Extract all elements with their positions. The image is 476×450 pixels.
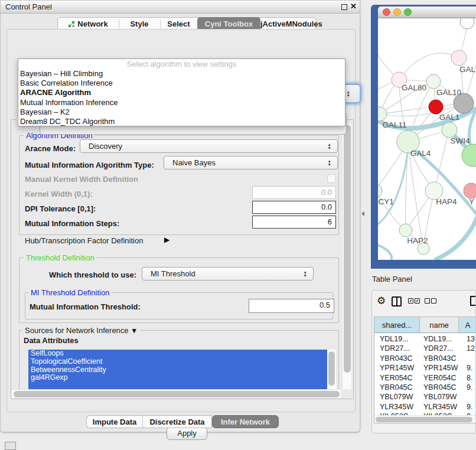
table-row[interactable]: YER054CYER054C8. [374,373,476,383]
gear-icon[interactable]: ⚙ [377,295,386,307]
which-threshold-label: Which threshold to use: [49,270,136,279]
mi-type-combo[interactable]: Naive Bayes ▲▼ [164,156,338,169]
table-row[interactable]: YDR27...YDR27...12 [374,344,476,353]
tab-separator [119,19,119,28]
manual-kernel-checkbox[interactable] [327,174,336,183]
table-row[interactable]: YBL079WYBL079W [374,392,476,402]
dropdown-prompt: Select algorithm to view settings [18,59,345,69]
table-row[interactable]: YDL19...YDL19...13 [374,334,476,344]
table-row[interactable]: YPR145WYPR145W9. [374,363,476,373]
apply-button[interactable]: Apply [167,427,207,440]
node-gal10[interactable] [426,74,441,89]
tab-separator [142,418,143,426]
node-label: SWI4 [450,136,470,145]
mi-threshold-field[interactable]: 0.5 [249,299,334,313]
table-row[interactable]: YBR045CYBR045C9. [374,383,476,392]
close-traffic-light-icon[interactable] [383,8,390,16]
attribute-item[interactable]: gal4RGexp [28,374,327,382]
tab-network-label: Network [77,19,107,28]
sources-title[interactable]: Sources for Network Inference ▼ [22,326,140,335]
stepper-icon: ▲▼ [304,270,307,277]
control-panel-titlebar[interactable]: Control Panel ✕ [1,1,360,14]
node-label: GAL80 [402,83,426,92]
attribute-item[interactable]: BetweennessCentrality [28,366,327,374]
node-label: Y [469,197,474,206]
node-salmon[interactable] [464,183,476,198]
dpi-tolerance-label: DPI Tolerance [0,1]: [25,204,96,213]
tab-separator [160,19,161,28]
control-panel-window: Control Panel ✕ Network Style Select Cyn… [0,0,360,432]
table-row[interactable]: YBR043CYBR043C [374,354,476,363]
algorithm-option-selected[interactable]: ARACNE Algorithm [18,88,345,97]
kernel-width-field[interactable]: 0.0 [252,186,336,199]
manual-kernel-label: Manual Kernel Width Definition [25,175,138,184]
algorithm-option[interactable]: Dream8 DC_TDC Algorithm [18,117,345,126]
cyni-toolbox-panel: ▲▼ Select algorithm to view settings Bay… [6,29,356,412]
node-gcy1[interactable] [378,184,382,198]
column-header[interactable]: A [459,317,476,333]
stepper-icon: ▲▼ [347,90,350,97]
settings-hscrollbar-thumb[interactable] [14,391,340,397]
tab-impute-data[interactable]: Impute Data [86,415,142,428]
algorithm-option[interactable]: Basic Correlation Inference [18,79,345,88]
settings-vscrollbar-track[interactable] [342,123,351,389]
minimize-traffic-light-icon[interactable] [393,8,401,16]
table-row[interactable]: YLR345WYLR345W9. [374,402,476,412]
node-swi4[interactable] [442,122,457,138]
tab-infer-network[interactable]: Infer Network [212,415,279,428]
network-canvas[interactable]: GAL GAL80 GAL10 GAL1 GAL11 SWI4 GAL4 GCY… [378,18,476,260]
node-gal11[interactable] [378,107,387,121]
table-panel: ⚙ ✓✓ shared... name A YDL19...YDL19...13… [371,290,476,433]
column-header[interactable]: name [420,317,459,333]
node-table[interactable]: shared... name A YDL19...YDL19...13 YDR2… [374,317,476,423]
column-header[interactable]: shared... [374,317,420,333]
select-all-checks-icon[interactable]: ✓✓ [408,298,420,304]
mi-threshold-box-title: MI Threshold Definition [28,288,112,297]
aracne-mode-label: Aracne Mode: [25,144,76,153]
list-scrollbar-track[interactable] [327,350,336,389]
document-icon[interactable] [470,296,476,306]
node[interactable] [460,18,474,29]
data-attributes-list[interactable]: SelfLoops TopologicalCoefficient Between… [28,350,327,389]
columns-icon[interactable] [392,296,402,306]
network-window-titlebar[interactable] [378,6,476,18]
attribute-item[interactable]: TopologicalCoefficient [28,358,327,366]
expander-right-icon[interactable]: ▶ [164,236,169,244]
algorithm-option[interactable]: Bayesian – Hill Climbing [18,69,345,79]
list-scrollbar-thumb[interactable] [328,351,335,386]
data-attributes-label: Data Attributes [24,336,79,345]
tab-discretize-data[interactable]: Discretize Data [142,415,212,428]
close-icon[interactable]: ✕ [350,2,357,11]
algorithm-option[interactable]: Bayesian – K2 [18,107,345,117]
settings-vscrollbar-thumb[interactable] [344,125,351,373]
node-gal1-red[interactable] [429,100,443,114]
zoom-traffic-light-icon[interactable] [404,8,412,16]
table-hscrollbar-thumb[interactable] [376,417,472,422]
which-threshold-combo[interactable]: MI Threshold ▲▼ [142,267,314,281]
aracne-mode-combo[interactable]: Discovery ▲▼ [80,139,338,153]
mi-steps-label: Mutual Information Steps: [25,219,119,228]
node-hap2[interactable] [399,224,412,237]
dpi-tolerance-field[interactable]: 0.0 [252,201,336,214]
float-window-icon[interactable] [341,4,347,10]
algorithm-option[interactable]: Mutual Information Inference [18,98,345,107]
stepper-icon: ▲▼ [328,159,331,166]
table-rows: YDL19...YDL19...13 YDR27...YDR27...12 YB… [374,334,476,422]
table-hscrollbar-track[interactable] [374,415,476,423]
deselect-all-icon[interactable] [425,298,436,304]
hub-definition-expander-label[interactable]: Hub/Transcription Factor Definition [25,236,143,245]
mi-steps-field[interactable]: 6 [252,216,336,229]
network-view-window[interactable]: GAL GAL80 GAL10 GAL1 GAL11 SWI4 GAL4 GCY… [371,5,476,269]
attribute-item[interactable]: SelfLoops [28,350,327,358]
settings-hscrollbar-track[interactable] [12,389,341,398]
table-panel-title: Table Panel [372,275,412,283]
splitpane-collapse-icon[interactable] [361,211,364,216]
node-label: HAP4 [436,197,457,206]
node-gal[interactable] [451,50,467,66]
node-label: GAL11 [382,120,406,129]
node-label: GAL [459,65,476,74]
bottom-left-panel-button[interactable] [5,442,16,450]
network-node-labels: GAL GAL80 GAL10 GAL1 GAL11 SWI4 GAL4 GCY… [378,65,476,245]
node-label: GAL10 [436,88,461,97]
threshold-definition-title: Threshold Definition [24,253,97,262]
